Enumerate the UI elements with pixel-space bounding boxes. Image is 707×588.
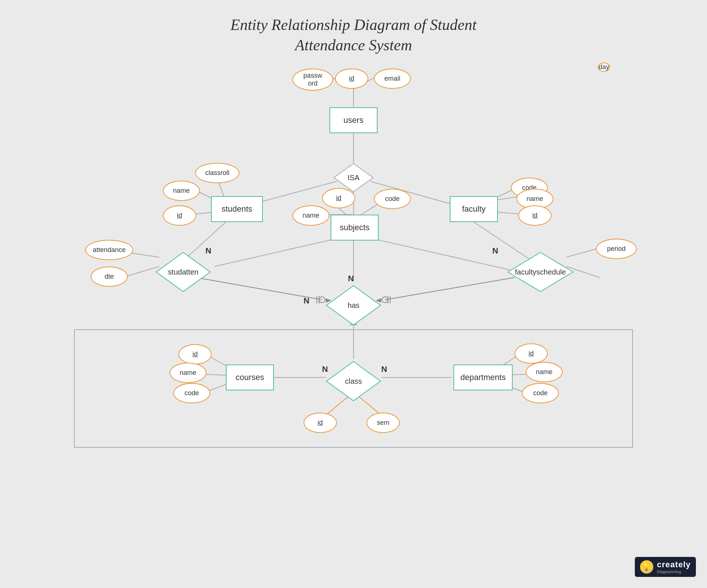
svg-text:N: N xyxy=(304,296,309,305)
svg-point-41 xyxy=(382,297,388,303)
svg-line-18 xyxy=(122,266,159,278)
svg-line-24 xyxy=(365,237,511,270)
relationship-facultyschedule: facultyschedule xyxy=(507,252,574,292)
diagram-title: Entity Relationship Diagram of Student A… xyxy=(0,15,707,55)
relationship-has: has xyxy=(326,285,381,326)
attr-subjects-id: id xyxy=(322,188,355,208)
attr-subjects-name: name xyxy=(292,205,329,226)
svg-text:N: N xyxy=(348,274,354,283)
attr-students-id: id xyxy=(163,205,196,226)
entity-faculty: faculty xyxy=(450,196,498,222)
entity-students: students xyxy=(211,196,263,222)
attr-facultyschedule-period: period xyxy=(596,239,637,259)
attr-studatten-dte: dte xyxy=(91,266,128,287)
logo-bulb-icon: 💡 xyxy=(640,560,653,574)
creately-logo: 💡 creately Diagramming xyxy=(635,557,696,577)
subgroup-box xyxy=(74,329,633,448)
entity-subjects: subjects xyxy=(331,215,379,241)
svg-line-25 xyxy=(196,278,322,300)
title-area: Entity Relationship Diagram of Student A… xyxy=(0,0,707,63)
attr-faculty-id: id xyxy=(518,205,552,226)
attr-users-email: email xyxy=(374,68,411,89)
logo-text: creately Diagramming xyxy=(657,560,691,574)
attr-facultyschedule-day: day xyxy=(598,63,610,72)
main-container: Entity Relationship Diagram of Student A… xyxy=(0,0,707,588)
entity-users: users xyxy=(329,107,378,133)
attr-studatten-attendance: attendance xyxy=(85,240,133,260)
svg-text:N: N xyxy=(492,246,498,255)
logo-subtext: Diagramming xyxy=(657,569,691,574)
svg-point-38 xyxy=(319,297,325,303)
svg-line-19 xyxy=(215,237,344,266)
logo-brand: creately xyxy=(657,560,691,569)
attr-students-classroll: classroll xyxy=(195,163,239,183)
attr-students-name: name xyxy=(163,181,200,201)
svg-line-26 xyxy=(385,278,515,300)
attr-users-password: password xyxy=(292,68,333,91)
relationship-studatten: studatten xyxy=(155,252,211,292)
attr-users-id: id xyxy=(335,68,368,89)
attr-subjects-code: code xyxy=(374,189,411,209)
